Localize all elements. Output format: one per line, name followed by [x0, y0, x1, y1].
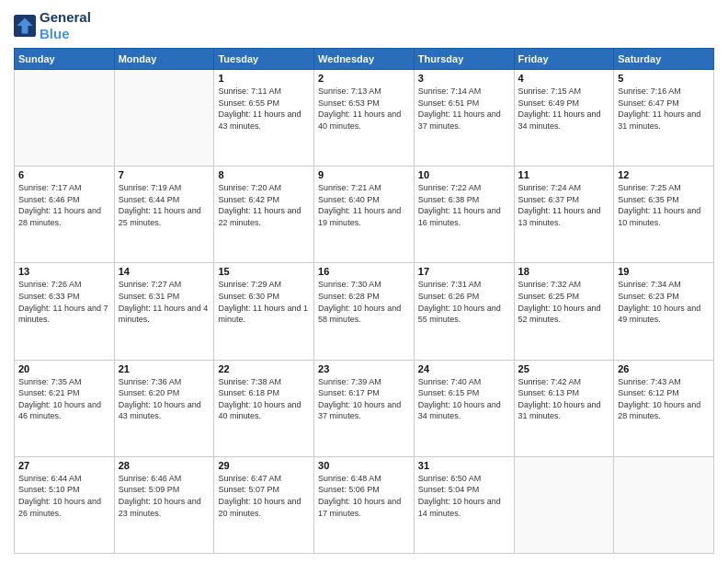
day-number: 28 — [119, 460, 210, 471]
calendar-day-cell: 18Sunrise: 7:32 AM Sunset: 6:25 PM Dayli… — [514, 263, 614, 360]
day-number: 18 — [518, 266, 610, 277]
day-info: Sunrise: 7:22 AM Sunset: 6:38 PM Dayligh… — [418, 182, 510, 228]
calendar-table: SundayMondayTuesdayWednesdayThursdayFrid… — [14, 48, 714, 554]
day-info: Sunrise: 7:17 AM Sunset: 6:46 PM Dayligh… — [18, 182, 110, 228]
day-of-week-header: Sunday — [15, 49, 115, 70]
calendar-day-cell: 8Sunrise: 7:20 AM Sunset: 6:42 PM Daylig… — [214, 167, 314, 263]
day-info: Sunrise: 7:38 AM Sunset: 6:18 PM Dayligh… — [218, 376, 310, 422]
calendar-day-cell: 25Sunrise: 7:42 AM Sunset: 6:13 PM Dayli… — [514, 360, 614, 456]
logo-text: General Blue — [40, 9, 91, 42]
calendar-day-cell: 12Sunrise: 7:25 AM Sunset: 6:35 PM Dayli… — [614, 167, 714, 263]
day-info: Sunrise: 6:46 AM Sunset: 5:09 PM Dayligh… — [119, 473, 210, 519]
calendar-week-row: 20Sunrise: 7:35 AM Sunset: 6:21 PM Dayli… — [15, 360, 714, 456]
calendar-day-cell: 14Sunrise: 7:27 AM Sunset: 6:31 PM Dayli… — [114, 263, 214, 360]
day-info: Sunrise: 7:15 AM Sunset: 6:49 PM Dayligh… — [518, 86, 610, 132]
day-info: Sunrise: 7:34 AM Sunset: 6:23 PM Dayligh… — [618, 279, 710, 325]
day-number: 29 — [218, 460, 310, 471]
day-number: 5 — [618, 73, 710, 84]
calendar-day-cell: 2Sunrise: 7:13 AM Sunset: 6:53 PM Daylig… — [314, 70, 415, 167]
day-info: Sunrise: 6:50 AM Sunset: 5:04 PM Dayligh… — [418, 473, 510, 519]
calendar-day-cell: 11Sunrise: 7:24 AM Sunset: 6:37 PM Dayli… — [514, 167, 614, 263]
day-info: Sunrise: 7:25 AM Sunset: 6:35 PM Dayligh… — [618, 182, 710, 228]
day-of-week-header: Tuesday — [214, 49, 314, 70]
day-info: Sunrise: 7:21 AM Sunset: 6:40 PM Dayligh… — [318, 182, 410, 228]
day-number: 7 — [119, 169, 210, 180]
calendar-day-cell: 9Sunrise: 7:21 AM Sunset: 6:40 PM Daylig… — [314, 167, 415, 263]
day-of-week-header: Monday — [114, 49, 214, 70]
calendar-day-cell: 23Sunrise: 7:39 AM Sunset: 6:17 PM Dayli… — [314, 360, 415, 456]
calendar-day-cell: 10Sunrise: 7:22 AM Sunset: 6:38 PM Dayli… — [414, 167, 514, 263]
calendar-day-cell: 20Sunrise: 7:35 AM Sunset: 6:21 PM Dayli… — [15, 360, 115, 456]
day-number: 20 — [18, 363, 110, 374]
day-info: Sunrise: 6:48 AM Sunset: 5:06 PM Dayligh… — [318, 473, 410, 519]
calendar-day-cell: 3Sunrise: 7:14 AM Sunset: 6:51 PM Daylig… — [414, 70, 514, 167]
calendar-day-cell: 31Sunrise: 6:50 AM Sunset: 5:04 PM Dayli… — [414, 456, 514, 553]
day-info: Sunrise: 7:11 AM Sunset: 6:55 PM Dayligh… — [218, 86, 310, 132]
day-number: 26 — [618, 363, 710, 374]
day-number: 1 — [218, 73, 310, 84]
calendar-day-cell: 4Sunrise: 7:15 AM Sunset: 6:49 PM Daylig… — [514, 70, 614, 167]
day-of-week-header: Thursday — [414, 49, 514, 70]
day-info: Sunrise: 7:35 AM Sunset: 6:21 PM Dayligh… — [18, 376, 110, 422]
day-info: Sunrise: 7:24 AM Sunset: 6:37 PM Dayligh… — [518, 182, 610, 228]
calendar-day-cell: 28Sunrise: 6:46 AM Sunset: 5:09 PM Dayli… — [114, 456, 214, 553]
day-number: 2 — [318, 73, 410, 84]
day-number: 24 — [418, 363, 510, 374]
day-of-week-header: Saturday — [614, 49, 714, 70]
day-info: Sunrise: 7:19 AM Sunset: 6:44 PM Dayligh… — [119, 182, 210, 228]
day-number: 17 — [418, 266, 510, 277]
header: General Blue — [14, 9, 714, 42]
day-info: Sunrise: 7:26 AM Sunset: 6:33 PM Dayligh… — [18, 279, 110, 325]
calendar-day-cell: 5Sunrise: 7:16 AM Sunset: 6:47 PM Daylig… — [614, 70, 714, 167]
calendar-day-cell: 22Sunrise: 7:38 AM Sunset: 6:18 PM Dayli… — [214, 360, 314, 456]
day-number: 11 — [518, 169, 610, 180]
day-number: 15 — [218, 266, 310, 277]
day-number: 27 — [18, 460, 110, 471]
calendar-day-cell: 6Sunrise: 7:17 AM Sunset: 6:46 PM Daylig… — [15, 167, 115, 263]
calendar-day-cell: 19Sunrise: 7:34 AM Sunset: 6:23 PM Dayli… — [614, 263, 714, 360]
day-info: Sunrise: 7:39 AM Sunset: 6:17 PM Dayligh… — [318, 376, 410, 422]
calendar-day-cell: 16Sunrise: 7:30 AM Sunset: 6:28 PM Dayli… — [314, 263, 415, 360]
day-info: Sunrise: 7:31 AM Sunset: 6:26 PM Dayligh… — [418, 279, 510, 325]
day-number: 6 — [18, 169, 110, 180]
calendar-day-cell: 1Sunrise: 7:11 AM Sunset: 6:55 PM Daylig… — [214, 70, 314, 167]
day-number: 4 — [518, 73, 610, 84]
calendar-day-cell — [15, 70, 115, 167]
calendar-day-cell — [614, 456, 714, 553]
day-number: 10 — [418, 169, 510, 180]
calendar-day-cell: 21Sunrise: 7:36 AM Sunset: 6:20 PM Dayli… — [114, 360, 214, 456]
day-of-week-header: Wednesday — [314, 49, 415, 70]
day-info: Sunrise: 7:16 AM Sunset: 6:47 PM Dayligh… — [618, 86, 710, 132]
calendar-day-cell: 26Sunrise: 7:43 AM Sunset: 6:12 PM Dayli… — [614, 360, 714, 456]
day-number: 25 — [518, 363, 610, 374]
calendar-day-cell — [514, 456, 614, 553]
calendar-day-cell: 13Sunrise: 7:26 AM Sunset: 6:33 PM Dayli… — [15, 263, 115, 360]
calendar-day-cell: 29Sunrise: 6:47 AM Sunset: 5:07 PM Dayli… — [214, 456, 314, 553]
day-number: 19 — [618, 266, 710, 277]
day-info: Sunrise: 6:44 AM Sunset: 5:10 PM Dayligh… — [18, 473, 110, 519]
day-number: 12 — [618, 169, 710, 180]
day-number: 14 — [119, 266, 210, 277]
calendar-day-cell: 17Sunrise: 7:31 AM Sunset: 6:26 PM Dayli… — [414, 263, 514, 360]
day-info: Sunrise: 7:36 AM Sunset: 6:20 PM Dayligh… — [119, 376, 210, 422]
day-info: Sunrise: 7:42 AM Sunset: 6:13 PM Dayligh… — [518, 376, 610, 422]
day-number: 21 — [119, 363, 210, 374]
logo: General Blue — [14, 9, 91, 42]
day-number: 31 — [418, 460, 510, 471]
day-info: Sunrise: 6:47 AM Sunset: 5:07 PM Dayligh… — [218, 473, 310, 519]
day-info: Sunrise: 7:29 AM Sunset: 6:30 PM Dayligh… — [218, 279, 310, 325]
day-info: Sunrise: 7:43 AM Sunset: 6:12 PM Dayligh… — [618, 376, 710, 422]
day-number: 16 — [318, 266, 410, 277]
day-info: Sunrise: 7:30 AM Sunset: 6:28 PM Dayligh… — [318, 279, 410, 325]
day-info: Sunrise: 7:27 AM Sunset: 6:31 PM Dayligh… — [119, 279, 210, 325]
day-of-week-header: Friday — [514, 49, 614, 70]
day-info: Sunrise: 7:20 AM Sunset: 6:42 PM Dayligh… — [218, 182, 310, 228]
calendar-day-cell: 15Sunrise: 7:29 AM Sunset: 6:30 PM Dayli… — [214, 263, 314, 360]
day-info: Sunrise: 7:40 AM Sunset: 6:15 PM Dayligh… — [418, 376, 510, 422]
calendar-day-cell: 7Sunrise: 7:19 AM Sunset: 6:44 PM Daylig… — [114, 167, 214, 263]
day-number: 3 — [418, 73, 510, 84]
day-number: 8 — [218, 169, 310, 180]
day-number: 9 — [318, 169, 410, 180]
day-number: 13 — [18, 266, 110, 277]
day-number: 23 — [318, 363, 410, 374]
